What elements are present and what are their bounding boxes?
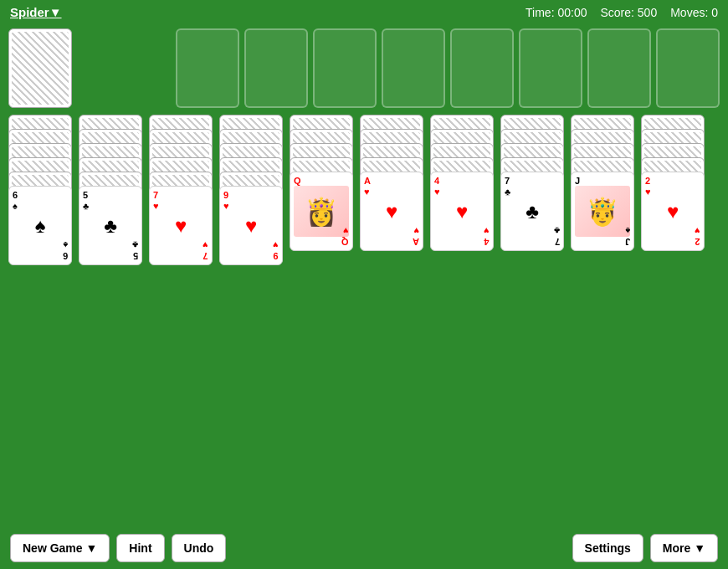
card-rank-bottom: 5 ♣ xyxy=(132,239,138,261)
face-up-card[interactable]: 7 ♥♥7 ♥ xyxy=(149,186,213,265)
card-rank-bottom: A ♥ xyxy=(413,225,419,247)
card-rank-bottom: 6 ♠ xyxy=(63,239,68,261)
card-suit-center: ♠ xyxy=(35,214,46,238)
column-8[interactable]: J ♠🤴J ♠ xyxy=(571,115,636,251)
title-text: Spider xyxy=(10,5,49,19)
undo-label: Undo xyxy=(184,541,214,555)
hint-button[interactable]: Hint xyxy=(116,534,164,562)
new-game-button[interactable]: New Game ▼ xyxy=(10,534,110,562)
column-5[interactable]: A ♥♥A ♥ xyxy=(360,115,425,251)
completed-pile-1 xyxy=(176,28,239,108)
hint-label: Hint xyxy=(129,541,151,555)
time-display: Time: 00:00 xyxy=(525,6,587,19)
face-up-card[interactable]: 2 ♥♥2 ♥ xyxy=(641,172,705,251)
column-3[interactable]: 9 ♥♥9 ♥ xyxy=(219,115,285,265)
new-game-icon: ▼ xyxy=(85,541,97,555)
settings-button[interactable]: Settings xyxy=(572,534,643,562)
score-display: Score: 500 xyxy=(600,6,657,19)
card-suit-center: ♣ xyxy=(104,214,117,238)
game-title[interactable]: Spider▼ xyxy=(10,5,62,19)
card-suit-center: ♥ xyxy=(456,200,468,223)
column-2[interactable]: 7 ♥♥7 ♥ xyxy=(149,115,214,265)
face-up-card[interactable]: 9 ♥♥9 ♥ xyxy=(219,186,283,265)
stock-pile[interactable] xyxy=(8,28,72,108)
column-4[interactable]: Q ♥👸Q ♥ xyxy=(290,115,355,251)
card-rank-bottom: J ♠ xyxy=(625,225,630,247)
moves-display: Moves: 0 xyxy=(670,6,718,19)
card-suit-center: ♥ xyxy=(245,214,257,238)
face-card-artwork: 🤴 xyxy=(575,186,630,237)
settings-label: Settings xyxy=(585,541,631,555)
column-9[interactable]: 2 ♥♥2 ♥ xyxy=(641,115,706,251)
column-6[interactable]: 4 ♥♥4 ♥ xyxy=(430,115,495,251)
card-rank-bottom: Q ♥ xyxy=(341,225,349,247)
card-suit-center: ♣ xyxy=(525,200,539,223)
card-rank-bottom: 4 ♥ xyxy=(484,225,490,247)
card-suit-center: ♥ xyxy=(667,200,679,223)
more-button[interactable]: More ▼ xyxy=(650,534,718,562)
face-up-card[interactable]: 7 ♣♣7 ♣ xyxy=(500,172,564,251)
completed-piles xyxy=(176,28,720,108)
completed-pile-4 xyxy=(382,28,445,108)
card-suit-center: ♥ xyxy=(175,214,187,238)
completed-pile-7 xyxy=(587,28,651,108)
toolbar: New Game ▼ Hint Undo Settings More ▼ xyxy=(0,527,728,569)
face-up-card[interactable]: A ♥♥A ♥ xyxy=(360,172,423,251)
more-label: More xyxy=(663,541,690,555)
card-rank-bottom: 7 ♥ xyxy=(203,239,208,261)
undo-button[interactable]: Undo xyxy=(172,534,227,562)
face-up-card[interactable]: 6 ♠♠6 ♠ xyxy=(8,186,72,265)
column-0[interactable]: 6 ♠♠6 ♠ xyxy=(8,115,74,265)
card-rank-bottom: 9 ♥ xyxy=(273,239,279,261)
card-rank-bottom: 2 ♥ xyxy=(695,225,700,247)
completed-pile-6 xyxy=(519,28,582,108)
completed-pile-8 xyxy=(656,28,720,108)
new-game-label: New Game xyxy=(23,541,83,555)
face-up-card[interactable]: 4 ♥♥4 ♥ xyxy=(430,172,494,251)
face-up-card[interactable]: J ♠🤴J ♠ xyxy=(571,172,634,251)
column-1[interactable]: 5 ♣♣5 ♣ xyxy=(79,115,144,265)
card-rank-bottom: 7 ♣ xyxy=(554,225,560,247)
more-icon: ▼ xyxy=(694,541,705,555)
card-suit-center: ♥ xyxy=(386,200,397,223)
completed-pile-5 xyxy=(450,28,514,108)
face-up-card[interactable]: 5 ♣♣5 ♣ xyxy=(79,186,142,265)
face-up-card[interactable]: Q ♥👸Q ♥ xyxy=(290,172,353,251)
column-7[interactable]: 7 ♣♣7 ♣ xyxy=(500,115,566,251)
completed-pile-2 xyxy=(244,28,308,108)
title-dropdown-icon: ▼ xyxy=(49,5,62,19)
columns-area: 6 ♠♠6 ♠5 ♣♣5 ♣7 ♥♥7 ♥9 ♥♥9 ♥Q ♥👸Q ♥A ♥♥A… xyxy=(8,115,720,265)
completed-pile-3 xyxy=(313,28,377,108)
